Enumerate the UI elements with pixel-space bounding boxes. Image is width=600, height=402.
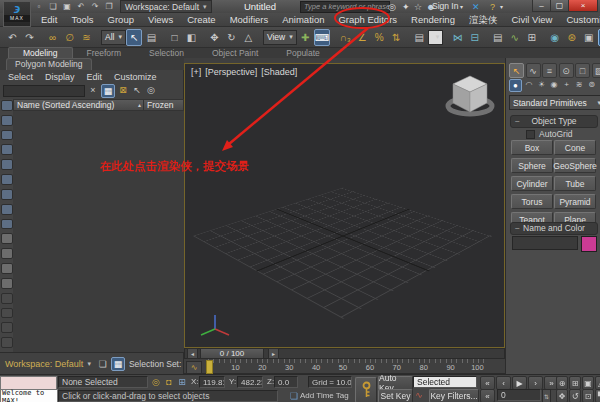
select-object-button[interactable]: ↖ (126, 29, 142, 46)
undo-icon[interactable]: ↶ (75, 1, 87, 12)
explorer-menu-edit[interactable]: Edit (81, 71, 109, 83)
edit-named-selection-sets-button[interactable]: ▤ (411, 29, 427, 46)
pick-object-icon[interactable]: ↖ (131, 84, 143, 96)
time-slider-frame-marker[interactable] (206, 360, 213, 374)
lock-cell-editing[interactable] (1, 337, 13, 348)
help-dropdown-arrow-icon[interactable]: ▾ (500, 0, 503, 13)
render-setup-button[interactable]: ⊛ (564, 29, 580, 46)
scene-explorer-toggle-icon[interactable]: ❏ (97, 358, 109, 370)
viewport-shading-menu[interactable]: [Shaded] (261, 67, 297, 77)
toggle-display-children[interactable] (1, 100, 13, 111)
scene-explorer-search-input[interactable] (3, 85, 85, 97)
save-file-icon[interactable]: ▣ (61, 1, 73, 12)
menu-customize[interactable]: Customize (559, 13, 600, 27)
zoom-region-button[interactable]: ⊡ (582, 389, 594, 402)
modify-tab[interactable]: ∿ (526, 63, 541, 78)
previous-frame-arrow[interactable]: ◂ (187, 348, 198, 359)
new-file-icon[interactable]: ▫ (33, 1, 45, 12)
maximize-viewport-button[interactable]: ▚ (595, 389, 600, 402)
tube-button[interactable]: Tube (554, 176, 596, 191)
systems-category[interactable]: ⊚ (586, 79, 597, 90)
mini-curve-editor-button[interactable]: ∿ (186, 361, 202, 374)
toggle-helpers[interactable] (1, 174, 13, 185)
pan-button[interactable]: ✥ (556, 389, 568, 402)
help-icon[interactable]: ? (490, 0, 495, 13)
toggle-cameras[interactable] (1, 159, 13, 170)
align-button[interactable]: ⊟ (467, 29, 483, 46)
frame-spinner[interactable]: ⇅ (542, 389, 551, 402)
object-type-rollout-header[interactable]: − Object Type (510, 115, 598, 128)
viewport-general-menu[interactable]: [+] (191, 67, 201, 77)
toggle-containers[interactable] (1, 248, 13, 259)
selection-filter-dropdown[interactable]: All (101, 30, 126, 45)
toggle-geometry[interactable] (1, 115, 13, 126)
workspace-selector[interactable]: Workspace: Default (5, 359, 83, 369)
z-coordinate-field[interactable]: 0.0 (274, 376, 298, 388)
filter-visibility[interactable] (1, 308, 13, 319)
project-folder-icon[interactable]: ❐ (103, 1, 115, 12)
object-color-swatch[interactable] (581, 236, 597, 252)
menu-modifiers[interactable]: Modifiers (223, 13, 276, 27)
toggle-xrefs[interactable] (1, 219, 13, 230)
undo-button[interactable]: ↶ (5, 29, 21, 46)
rendered-frame-window-button[interactable]: ▣ (581, 29, 597, 46)
viewport-pov-menu[interactable]: [Perspective] (205, 67, 257, 77)
zoom-button[interactable]: ⊕ (556, 376, 568, 390)
workspace-dropdown-arrow-icon[interactable]: ▾ (87, 360, 91, 368)
application-menu-button[interactable]: ϶ MAX (3, 1, 31, 27)
lock-explorer-icon[interactable]: ⊠ (117, 84, 129, 96)
search-input[interactable]: Type a keyword or phrase (300, 1, 390, 13)
torus-button[interactable]: Torus (511, 194, 553, 209)
key-mode-toggle[interactable]: « (480, 389, 495, 402)
selection-lock-toggle[interactable]: ◘ (163, 376, 175, 388)
orbit-button[interactable]: ↺ (569, 389, 581, 402)
ribbon-tab-selection[interactable]: Selection (135, 48, 198, 58)
reference-coordinate-dropdown[interactable]: View (263, 30, 297, 45)
toggle-shapes[interactable] (1, 130, 13, 141)
rectangular-selection-region-button[interactable]: □ (166, 29, 182, 46)
toggle-bones[interactable] (1, 233, 13, 244)
key-filters-button[interactable]: Key Filters... (429, 389, 479, 402)
zoom-extents-button[interactable]: ▣ (582, 376, 594, 390)
filter-selection[interactable] (1, 293, 13, 304)
select-and-manipulate-button[interactable]: ✚ (297, 29, 313, 46)
play-button[interactable]: ▶ (512, 376, 527, 390)
maxscript-listener-output[interactable]: Welcome to MAX! (0, 389, 58, 402)
scene-explorer-list[interactable] (13, 111, 184, 352)
fov-button[interactable]: △ (595, 376, 600, 390)
ribbon-tab-freeform[interactable]: Freeform (73, 48, 135, 58)
autodesk-exchange-icon[interactable]: ✕ (472, 0, 480, 13)
viewport-layout-icon[interactable]: ▦ (111, 357, 125, 371)
close-button[interactable]: × (568, 0, 598, 12)
open-file-icon[interactable]: ❏ (47, 1, 59, 12)
create-tab[interactable]: ↖ (509, 63, 524, 78)
box-button[interactable]: Box (511, 140, 553, 155)
select-and-scale-button[interactable]: △ (240, 29, 256, 46)
pyramid-button[interactable]: Pyramid (554, 194, 596, 209)
menu-graph-editors[interactable]: Graph Editors (331, 13, 404, 27)
ribbon-tab-modeling[interactable]: Modeling (8, 47, 73, 58)
menu-group[interactable]: Group (101, 13, 141, 27)
motion-tab[interactable]: ⊙ (559, 63, 574, 78)
new-key-tangent-icon[interactable]: ∿ (413, 389, 425, 401)
unlink-selection-button[interactable]: ∅ (62, 29, 78, 46)
explorer-menu-customize[interactable]: Customize (108, 71, 163, 83)
shapes-category[interactable]: ◠ (524, 79, 535, 90)
maximize-button[interactable]: ▢ (550, 0, 569, 12)
sphere-button[interactable]: Sphere (511, 158, 553, 173)
spinner-snap-button[interactable]: ⇅ (388, 29, 404, 46)
favorites-star-icon[interactable]: ☆ (414, 0, 422, 13)
space-warps-category[interactable]: ≋ (574, 79, 585, 90)
column-header-name[interactable]: Name (Sorted Ascending) ▴ (14, 100, 143, 110)
menu-views[interactable]: Views (141, 13, 180, 27)
set-keys-button[interactable] (355, 377, 377, 402)
toggle-hidden[interactable] (1, 278, 13, 289)
toggle-space-warps[interactable] (1, 189, 13, 200)
cone-button[interactable]: Cone (554, 140, 596, 155)
auto-key-button[interactable]: Auto Key (378, 376, 413, 390)
next-frame-arrow[interactable]: ▸ (268, 348, 279, 359)
sign-in-button[interactable]: Sign In (432, 0, 458, 13)
cameras-category[interactable]: ◉ (549, 79, 560, 90)
redo-icon[interactable]: ↷ (89, 1, 101, 12)
utilities-tab[interactable]: ▨ (592, 63, 600, 78)
